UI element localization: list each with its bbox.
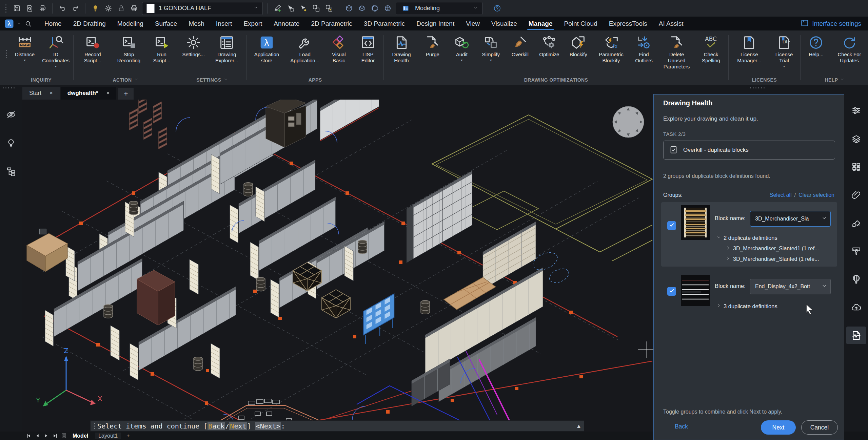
previous-layout-button[interactable] [33, 433, 41, 439]
command-history-toggle[interactable]: ▲ [577, 423, 580, 428]
ribbon-load-application[interactable]: Load Application... [285, 32, 324, 64]
command-line[interactable]: Select items and continue [Back/Next] <N… [90, 420, 584, 432]
interface-settings-button[interactable]: Interface settings [801, 19, 864, 29]
cad-viewport[interactable]: ZYX Select items and continue [Back/Next… [22, 100, 653, 432]
menu-expresstools[interactable]: ExpressTools [603, 17, 653, 30]
toolbar-drag-handle[interactable] [5, 4, 6, 13]
add-layout-button[interactable]: + [126, 433, 130, 439]
components-grid-icon[interactable] [846, 158, 866, 175]
command-option-back[interactable]: Back [208, 422, 225, 430]
lamp-on-icon[interactable] [90, 3, 101, 14]
menu-3d-parametric[interactable]: 3D Parametric [358, 17, 411, 30]
menu-2d-parametric[interactable]: 2D Parametric [305, 17, 358, 30]
brightness-icon[interactable] [103, 3, 114, 14]
dropdown-arrow-icon[interactable]: ▾ [55, 65, 57, 68]
group-checkbox[interactable] [667, 221, 676, 230]
drawing-health-pulse-icon[interactable] [846, 327, 866, 344]
ribbon-drawing-explorer[interactable]: Drawing Explorer... [208, 32, 245, 64]
block-name-dropdown[interactable]: End_Display_4x2_Bott [750, 279, 831, 294]
close-icon[interactable]: × [106, 90, 110, 97]
paint-brush-icon[interactable] [846, 242, 866, 260]
ribbon-check-for-updates[interactable]: Check For Updates [831, 32, 868, 64]
ribbon-overkill[interactable]: Overkill [506, 32, 535, 58]
dropdown-arrow-icon[interactable]: ▾ [24, 59, 25, 62]
ribbon-license-trial[interactable]: LiteLicense Trial▾ [769, 32, 799, 68]
ribbon-blockify[interactable]: Blockify [564, 32, 593, 58]
workspace-dropdown[interactable]: Modeling [396, 2, 482, 15]
command-default-option[interactable]: <Next> [255, 422, 281, 430]
ribbon-group-label[interactable]: ACTION [75, 75, 177, 85]
duplicate-definition[interactable]: 3D_Merchandiser_Slanted (1 refe... [726, 256, 819, 262]
tab-start[interactable]: Start × [22, 87, 60, 100]
duplicate-definition[interactable]: 3D_Merchandiser_Slanted1 (1 ref... [726, 246, 819, 252]
cube-sphere-icon[interactable] [382, 3, 393, 14]
ribbon-parametric-blockify[interactable]: fxParametric Blockify [593, 32, 629, 64]
logo-chevron-icon[interactable] [16, 21, 22, 27]
structure-tree-icon[interactable] [4, 165, 18, 178]
dropdown-arrow-icon[interactable]: ▾ [783, 65, 785, 68]
air-balloon-icon[interactable] [846, 270, 866, 288]
ribbon-group-label[interactable]: HELP [802, 75, 868, 85]
ribbon-delete-unused-parameters[interactable]: Delete Unused Parameters [658, 32, 695, 70]
menu-annotate[interactable]: Annotate [268, 17, 305, 30]
new-tab-button[interactable]: + [118, 88, 134, 100]
layout-list-icon[interactable] [60, 433, 68, 439]
menu-view[interactable]: View [460, 17, 486, 30]
select-window-brightness-icon[interactable] [323, 3, 334, 14]
menu-export[interactable]: Export [238, 17, 268, 30]
cube-alt-icon[interactable] [356, 3, 367, 14]
ribbon-visual-basic[interactable]: Visual Basic [324, 32, 353, 64]
clear-selection-link[interactable]: Clear selection [798, 192, 834, 198]
ribbon-audit[interactable]: Audit▾ [447, 32, 476, 62]
ribbon-record-script[interactable]: Record Script... [75, 32, 111, 64]
ribbon-simplify[interactable]: Simplify▾ [476, 32, 506, 62]
ribbon-check-spelling[interactable]: ABCCheck Spelling [695, 32, 727, 64]
cube-section-icon[interactable] [369, 3, 380, 14]
menu-home[interactable]: Home [39, 17, 67, 30]
ribbon-help[interactable]: Help... [802, 32, 831, 58]
ribbon-stop-recording[interactable]: Stop Recording [111, 32, 147, 64]
select-window-icon[interactable] [311, 3, 321, 14]
ribbon-group-label[interactable]: SETTINGS [179, 75, 245, 85]
ribbon-run-script[interactable]: Run Script... [147, 32, 177, 64]
attachments-paperclip-icon[interactable] [846, 186, 866, 204]
menu-modeling[interactable]: Modeling [112, 17, 149, 30]
command-option-next[interactable]: Next [229, 422, 247, 430]
tab-dwghealth[interactable]: dwghealth* × [61, 87, 117, 100]
visibility-off-icon[interactable] [4, 108, 18, 121]
ribbon-distance[interactable]: Distance▾ [10, 32, 39, 62]
menu-2d-drafting[interactable]: 2D Drafting [67, 17, 112, 30]
next-button[interactable]: Next [761, 420, 796, 435]
first-layout-button[interactable] [24, 433, 33, 439]
menu-surface[interactable]: Surface [149, 17, 183, 30]
select-all-link[interactable]: Select all [770, 192, 792, 198]
back-button[interactable]: Back [675, 423, 688, 430]
menu-ai-assist[interactable]: AI Assist [653, 17, 689, 30]
menu-design-intent[interactable]: Design Intent [411, 17, 460, 30]
duplicates-expander[interactable]: 3 duplicate definitions [716, 303, 777, 310]
select-cursor-icon[interactable] [285, 3, 296, 14]
cube-icon[interactable] [343, 3, 354, 14]
ribbon-find-outliers[interactable]: Find Outliers [629, 32, 658, 64]
close-icon[interactable]: × [50, 90, 53, 97]
block-name-dropdown[interactable]: 3D_Merchandiser_Sla [750, 211, 831, 227]
tab-layout1[interactable]: Layout1 [95, 433, 121, 439]
ribbon-application-store[interactable]: λApplication store [248, 32, 285, 64]
idea-bulb-icon[interactable] [4, 136, 18, 150]
group-checkbox[interactable] [667, 287, 676, 296]
menu-manage[interactable]: Manage [523, 17, 558, 30]
dropdown-arrow-icon[interactable]: ▾ [461, 59, 462, 62]
next-layout-button[interactable] [42, 433, 50, 439]
ribbon-id-coordinates[interactable]: ID Coordinates▾ [39, 32, 72, 68]
search-icon[interactable] [22, 18, 34, 29]
ribbon-lisp-editor[interactable]: LISP Editor [353, 32, 382, 64]
lock-icon[interactable] [116, 3, 126, 14]
tab-model[interactable]: Model [73, 433, 88, 439]
render-materials-icon[interactable] [846, 214, 866, 232]
printer-icon[interactable] [129, 3, 139, 14]
menu-insert[interactable]: Insert [210, 17, 238, 30]
ribbon-settings[interactable]: Settings... [179, 32, 208, 58]
panel-drag-handle[interactable] [750, 87, 765, 88]
ribbon-optimize[interactable]: Optimize [535, 32, 564, 58]
duplicates-expander[interactable]: 2 duplicate definitions [716, 235, 777, 241]
